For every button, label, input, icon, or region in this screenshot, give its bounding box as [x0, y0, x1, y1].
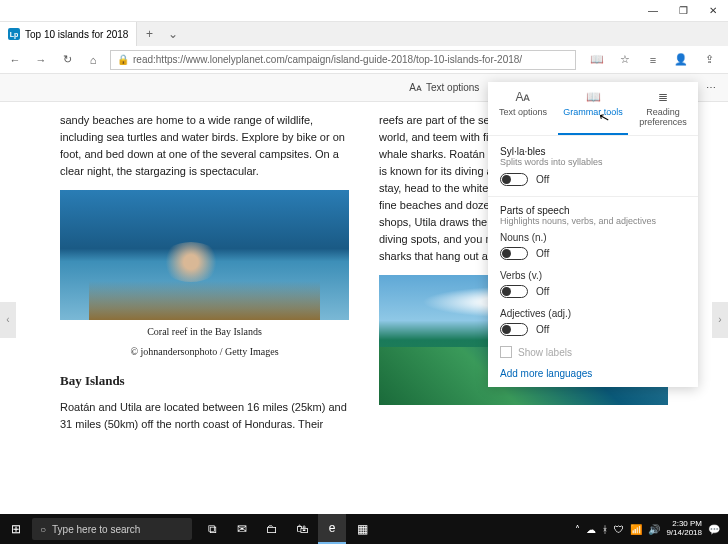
back-button[interactable]: ← — [6, 51, 24, 69]
search-icon: ○ — [40, 524, 46, 535]
share-button[interactable]: ⇪ — [700, 51, 718, 69]
mail-app-icon[interactable]: ✉ — [228, 514, 256, 544]
refresh-button[interactable]: ↻ — [58, 51, 76, 69]
date-text: 9/14/2018 — [666, 529, 702, 538]
forward-button[interactable]: → — [32, 51, 50, 69]
window-controls: — ❐ ✕ — [638, 0, 728, 22]
text-options-icon: Aᴀ — [515, 90, 530, 104]
syllables-title: Syl·la·bles — [500, 146, 686, 157]
explorer-icon[interactable]: 🗀 — [258, 514, 286, 544]
coral-reef-image — [60, 190, 349, 320]
image-figure: Coral reef in the Bay Islands © johnande… — [60, 190, 349, 359]
tab-favicon: Lp — [8, 28, 20, 40]
url-text: read:https://www.lonelyplanet.com/campai… — [133, 54, 522, 65]
grammar-tools-panel: AᴀText options 📖Grammar tools ≣Reading p… — [488, 82, 698, 387]
verbs-label: Verbs (v.) — [500, 270, 686, 281]
pos-desc: Highlights nouns, verbs, and adjectives — [500, 216, 686, 226]
divider — [488, 196, 698, 197]
nouns-label: Nouns (n.) — [500, 232, 686, 243]
task-view-button[interactable]: ⧉ — [198, 514, 226, 544]
nouns-toggle[interactable] — [500, 247, 528, 260]
toggle-state-label: Off — [536, 324, 549, 335]
search-placeholder: Type here to search — [52, 524, 140, 535]
syllables-toggle[interactable] — [500, 173, 528, 186]
verbs-toggle[interactable] — [500, 285, 528, 298]
image-caption: Coral reef in the Bay Islands — [60, 324, 349, 340]
tab-grammar-tools[interactable]: 📖Grammar tools — [558, 82, 628, 135]
toggle-state-label: Off — [536, 174, 549, 185]
panel-tabs: AᴀText options 📖Grammar tools ≣Reading p… — [488, 82, 698, 136]
app-icon[interactable]: ▦ — [348, 514, 376, 544]
wifi-icon[interactable]: 📶 — [630, 524, 642, 535]
tab-reading-preferences[interactable]: ≣Reading preferences — [628, 82, 698, 135]
start-button[interactable]: ⊞ — [0, 522, 32, 536]
adjectives-toggle[interactable] — [500, 323, 528, 336]
toggle-state-label: Off — [536, 248, 549, 259]
edge-icon[interactable]: e — [318, 514, 346, 544]
minimize-button[interactable]: — — [638, 0, 668, 22]
next-page-button[interactable]: › — [712, 302, 728, 338]
onedrive-icon[interactable]: ☁ — [586, 524, 596, 535]
new-tab-button[interactable]: + — [137, 27, 161, 41]
tab-title: Top 10 islands for 2018 — [25, 29, 128, 40]
reading-view-icon[interactable]: 📖 — [588, 51, 606, 69]
bluetooth-icon[interactable]: ᚼ — [602, 524, 608, 535]
navigation-bar: ← → ↻ ⌂ 🔒 read:https://www.lonelyplanet.… — [0, 46, 728, 74]
more-button[interactable]: ⋯ — [706, 82, 716, 93]
show-labels-text: Show labels — [518, 347, 572, 358]
security-icon[interactable]: 🛡 — [614, 524, 624, 535]
clock[interactable]: 2:30 PM 9/14/2018 — [666, 520, 702, 538]
syllables-toggle-row: Off — [500, 173, 686, 186]
tray-up-icon[interactable]: ˄ — [575, 524, 580, 535]
adjectives-label: Adjectives (adj.) — [500, 308, 686, 319]
toggle-state-label: Off — [536, 286, 549, 297]
image-credit: © johnandersonphoto / Getty Images — [60, 344, 349, 360]
grammar-icon: 📖 — [586, 90, 601, 104]
tab-text-options[interactable]: AᴀText options — [488, 82, 558, 135]
nouns-toggle-row: Off — [500, 247, 686, 260]
add-languages-link[interactable]: Add more languages — [500, 368, 686, 379]
article-paragraph: sandy beaches are home to a wide range o… — [60, 112, 349, 180]
text-options-button[interactable]: AᴀText options — [409, 82, 479, 93]
favorite-button[interactable]: ☆ — [616, 51, 634, 69]
show-labels-row[interactable]: Show labels — [500, 346, 686, 358]
lock-icon: 🔒 — [117, 54, 129, 65]
pos-title: Parts of speech — [500, 205, 686, 216]
prev-page-button[interactable]: ‹ — [0, 302, 16, 338]
store-icon[interactable]: 🛍 — [288, 514, 316, 544]
favorites-list-button[interactable]: ≡ — [644, 51, 662, 69]
browser-tab[interactable]: Lp Top 10 islands for 2018 — [0, 22, 137, 46]
text-options-icon: Aᴀ — [409, 82, 422, 93]
notifications-icon[interactable]: 💬 — [708, 524, 720, 535]
column-left: sandy beaches are home to a wide range o… — [60, 112, 349, 492]
article-paragraph: Roatán and Utila are located between 16 … — [60, 399, 349, 433]
profile-button[interactable]: 👤 — [672, 51, 690, 69]
taskbar-pinned: ⧉ ✉ 🗀 🛍 e ▦ — [198, 514, 376, 544]
window-titlebar: — ❐ ✕ — [0, 0, 728, 22]
home-button[interactable]: ⌂ — [84, 51, 102, 69]
close-button[interactable]: ✕ — [698, 0, 728, 22]
tab-strip: Lp Top 10 islands for 2018 + ⌄ — [0, 22, 728, 46]
tab-list-button[interactable]: ⌄ — [161, 27, 185, 41]
preferences-icon: ≣ — [658, 90, 668, 104]
syllables-desc: Splits words into syllables — [500, 157, 686, 167]
maximize-button[interactable]: ❐ — [668, 0, 698, 22]
adjectives-toggle-row: Off — [500, 323, 686, 336]
taskbar: ⊞ ○ Type here to search ⧉ ✉ 🗀 🛍 e ▦ ˄ ☁ … — [0, 514, 728, 544]
verbs-toggle-row: Off — [500, 285, 686, 298]
address-bar[interactable]: 🔒 read:https://www.lonelyplanet.com/camp… — [110, 50, 576, 70]
section-heading: Bay Islands — [60, 371, 349, 391]
panel-body: Syl·la·bles Splits words into syllables … — [488, 136, 698, 387]
show-labels-checkbox[interactable] — [500, 346, 512, 358]
system-tray: ˄ ☁ ᚼ 🛡 📶 🔊 2:30 PM 9/14/2018 💬 — [567, 520, 728, 538]
taskbar-search[interactable]: ○ Type here to search — [32, 518, 192, 540]
volume-icon[interactable]: 🔊 — [648, 524, 660, 535]
nav-right-controls: 📖 ☆ ≡ 👤 ⇪ — [584, 51, 722, 69]
